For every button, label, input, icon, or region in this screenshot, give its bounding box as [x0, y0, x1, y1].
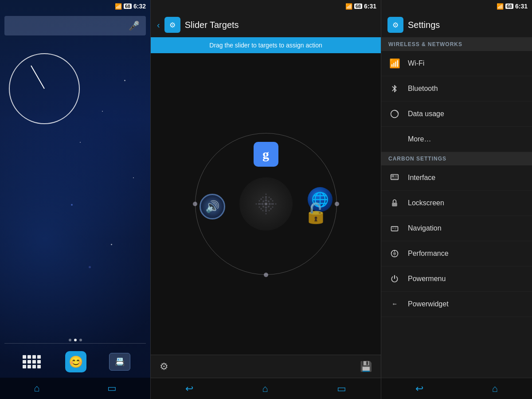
svg-point-1 [265, 200, 267, 202]
battery-indicator: 68 [505, 4, 513, 9]
settings-icon-button[interactable]: ⚙ [160, 361, 168, 372]
recents-nav-button[interactable]: ▭ [337, 383, 346, 395]
svg-point-8 [268, 206, 270, 207]
search-bar[interactable]: 🎤 [4, 16, 146, 35]
home-button[interactable]: ⌂ [34, 383, 39, 394]
navigation-icon [388, 222, 401, 235]
grid-dot [23, 355, 26, 359]
lockscreen-icon [388, 197, 401, 209]
svg-point-7 [262, 206, 264, 207]
svg-point-31 [255, 203, 257, 205]
wifi-icon: 📶 [388, 57, 401, 70]
interface-label: Interface [408, 174, 435, 182]
settings-item-data-usage[interactable]: Data usage [381, 102, 532, 127]
slider-canvas[interactable]: g 🌐 🔓 🔊 [151, 53, 381, 355]
google-icon: g [254, 142, 278, 167]
home-nav-button[interactable]: ⌂ [492, 383, 498, 395]
settings-item-more[interactable]: More… [381, 127, 532, 152]
interface-icon [388, 172, 401, 184]
dock-divider [4, 343, 146, 344]
settings-item-powerwidget[interactable]: Powerwidget [381, 292, 532, 317]
google-target[interactable]: g [254, 142, 278, 167]
svg-point-4 [268, 203, 270, 205]
ring-dot-left [193, 202, 197, 206]
settings-clock: 6:31 [515, 3, 528, 10]
svg-point-16 [270, 208, 272, 210]
svg-point-39 [394, 204, 395, 205]
screen-title: Slider Targets [185, 20, 239, 30]
app-launcher-button[interactable] [20, 350, 43, 373]
svg-point-19 [265, 197, 267, 199]
ring-dot-bottom [264, 273, 268, 277]
messaging-app-button[interactable]: 😊 [65, 351, 86, 372]
svg-rect-42 [395, 227, 397, 228]
grid-dot [37, 365, 41, 368]
svg-point-30 [265, 213, 266, 215]
settings-title: Settings [408, 20, 440, 30]
home-nav-button[interactable]: ⌂ [262, 383, 268, 395]
settings-item-interface[interactable]: Interface [381, 165, 532, 191]
instruction-banner: Drag the slider to targets to assign act… [151, 37, 381, 53]
svg-point-14 [270, 198, 272, 200]
settings-item-lockscreen[interactable]: Lockscreen [381, 191, 532, 216]
contacts-icon: 📇 [115, 357, 125, 367]
instruction-text: Drag the slider to targets to assign act… [209, 42, 322, 49]
home-clock: 6:32 [133, 3, 146, 10]
bluetooth-icon [388, 82, 401, 95]
data-usage-icon [388, 108, 401, 120]
tune-icon: ⚙ [392, 21, 399, 29]
save-icon-button[interactable]: 💾 [360, 361, 372, 372]
clock-widget [9, 53, 80, 124]
svg-rect-36 [395, 175, 398, 177]
battery-indicator: 68 [124, 4, 132, 9]
wifi-label: Wi-Fi [408, 59, 424, 67]
settings-item-navigation[interactable]: Navigation [381, 216, 532, 241]
grid-dot [23, 360, 26, 364]
page-dot [69, 339, 71, 341]
lockscreen-label: Lockscreen [408, 199, 444, 207]
slider-header: ‹ ⚙ Slider Targets [151, 12, 381, 37]
grid-dot [27, 365, 31, 368]
svg-point-18 [271, 203, 273, 205]
section-label: WIRELESS & NETWORKS [388, 41, 462, 47]
svg-point-32 [275, 203, 276, 205]
clock-hand [31, 66, 45, 89]
settings-item-bluetooth[interactable]: Bluetooth [381, 76, 532, 102]
back-nav-button[interactable]: ↩ [415, 383, 423, 395]
powerwidget-icon [388, 298, 401, 310]
settings-app-icon: ⚙ [387, 17, 403, 33]
svg-point-25 [258, 200, 260, 202]
back-nav-button[interactable]: ↩ [185, 383, 193, 395]
speaker-icon: 🔊 [200, 194, 225, 219]
back-button[interactable]: ‹ [157, 20, 160, 30]
star [71, 204, 73, 206]
settings-item-performance[interactable]: Performance [381, 241, 532, 266]
lock-target[interactable]: 🔓 [304, 202, 328, 225]
home-status-bar: 📶 68 6:32 [0, 0, 150, 12]
recents-button[interactable]: ▭ [107, 383, 117, 394]
lock-icon: 🔓 [304, 202, 328, 225]
wireless-networks-header: WIRELESS & NETWORKS [381, 38, 532, 51]
svg-point-45 [393, 252, 396, 255]
contacts-app-button[interactable]: 📇 [109, 353, 130, 371]
star [102, 111, 103, 112]
powermenu-label: Powermenu [408, 275, 446, 283]
ring-dot-right [335, 202, 339, 206]
svg-point-22 [268, 197, 270, 198]
more-label: More… [408, 135, 431, 143]
page-indicator [0, 339, 150, 341]
speaker-target[interactable]: 🔊 [200, 194, 225, 219]
status-icons-settings: 📶 68 6:31 [497, 3, 528, 10]
settings-item-wifi[interactable]: 📶 Wi-Fi [381, 51, 532, 76]
svg-point-26 [272, 200, 273, 202]
slider-clock: 6:31 [364, 3, 376, 10]
settings-item-powermenu[interactable]: Powermenu [381, 266, 532, 292]
speaker-emoji: 🔊 [205, 200, 219, 214]
home-nav-bar: ⌂ ▭ [0, 378, 150, 399]
mic-icon[interactable]: 🎤 [129, 20, 140, 31]
grid-dot [32, 365, 36, 368]
svg-rect-41 [392, 227, 394, 229]
page-dot [79, 339, 82, 341]
svg-point-0 [265, 203, 267, 205]
grid-dot [27, 355, 31, 359]
